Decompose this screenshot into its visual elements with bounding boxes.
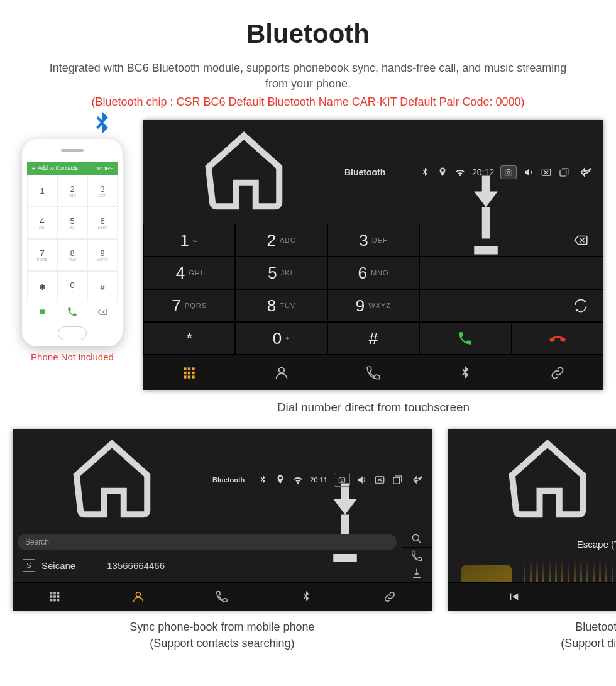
tab-contacts[interactable] bbox=[96, 583, 180, 611]
back-icon[interactable] bbox=[409, 474, 427, 485]
spectrum-visualizer bbox=[524, 556, 616, 582]
album-art-icon: ♪ᚼ bbox=[461, 565, 512, 582]
wifi-icon bbox=[454, 167, 466, 178]
contact-initial-badge: S bbox=[23, 559, 35, 572]
dialer-caption: Dial number direct from touchscreen bbox=[143, 401, 603, 414]
dial-key-2[interactable]: 2ABC bbox=[235, 224, 327, 257]
contacts-caption: Sync phone-book from mobile phone (Suppo… bbox=[13, 619, 432, 651]
volume-icon[interactable] bbox=[356, 474, 368, 485]
phone-key-8: 8TUV bbox=[57, 239, 87, 271]
dial-key-9[interactable]: 9WXYZ bbox=[327, 289, 419, 322]
tab-contacts[interactable] bbox=[235, 355, 327, 390]
tab-pair[interactable] bbox=[512, 355, 603, 390]
phone-key-4: 4GHI bbox=[27, 207, 57, 239]
tab-pair[interactable] bbox=[348, 583, 432, 611]
dial-key-*[interactable]: * bbox=[143, 322, 235, 355]
side-download-button[interactable] bbox=[402, 565, 432, 583]
contact-number: 13566664466 bbox=[107, 560, 165, 571]
status-title: Bluetooth bbox=[344, 167, 385, 177]
page-title: Bluetooth bbox=[0, 19, 616, 49]
tab-bluetooth[interactable] bbox=[419, 355, 511, 390]
phone-add-contacts: ＋ Add to Contacts bbox=[31, 164, 78, 172]
phone-key-9: 9WXYZ bbox=[87, 239, 118, 271]
tab-dialpad[interactable] bbox=[143, 355, 235, 390]
side-search-button[interactable] bbox=[402, 530, 432, 548]
dial-key-0[interactable]: 0+ bbox=[235, 322, 327, 355]
gps-icon bbox=[275, 474, 286, 485]
page-specs: (Bluetooth chip : CSR BC6 Default Blueto… bbox=[0, 96, 616, 109]
prev-track-button[interactable] bbox=[448, 583, 579, 611]
hangup-button[interactable] bbox=[512, 322, 603, 355]
tab-dialpad[interactable] bbox=[13, 583, 96, 611]
tab-calllog[interactable] bbox=[327, 355, 419, 390]
dial-key-5[interactable]: 5JKL bbox=[235, 257, 327, 289]
dial-key-3[interactable]: 3DEF bbox=[327, 224, 419, 257]
a2dp-headunit: A2DP 20:15 Escape (The Pina Colada Song) bbox=[448, 429, 616, 611]
dial-key-7[interactable]: 7PQRS bbox=[143, 289, 235, 322]
phone-caption: Phone Not Included bbox=[13, 351, 132, 362]
recents-icon[interactable] bbox=[558, 167, 569, 178]
wifi-icon bbox=[292, 474, 304, 485]
bluetooth-icon bbox=[87, 109, 117, 139]
search-input[interactable]: Search bbox=[18, 534, 397, 550]
clock: 20:11 bbox=[310, 476, 327, 484]
dial-key-4[interactable]: 4GHI bbox=[143, 257, 235, 289]
video-call-icon: ■ bbox=[27, 302, 57, 321]
volume-icon[interactable] bbox=[523, 167, 534, 178]
backspace-button[interactable] bbox=[419, 224, 603, 257]
dial-key-6[interactable]: 6MNO bbox=[327, 257, 419, 289]
empty-row bbox=[419, 257, 603, 289]
dial-key-8[interactable]: 8TUV bbox=[235, 289, 327, 322]
status-title: Bluetooth bbox=[212, 476, 245, 484]
gps-icon bbox=[437, 167, 448, 178]
back-icon[interactable] bbox=[576, 167, 597, 178]
clock: 20:12 bbox=[472, 167, 494, 177]
close-window-icon[interactable] bbox=[374, 474, 385, 485]
home-icon[interactable] bbox=[18, 432, 206, 528]
tab-calllog[interactable] bbox=[180, 583, 264, 611]
phone-illustration: ＋ Add to Contacts MORE 12ABC3DEF4GHI5JKL… bbox=[13, 120, 132, 362]
phone-key-#: # bbox=[87, 271, 118, 303]
song-title: Escape (The Pina Colada Song) bbox=[577, 539, 616, 550]
contact-name: Seicane bbox=[41, 560, 75, 571]
contact-row[interactable]: S Seicane 13566664466 bbox=[13, 554, 402, 577]
contacts-headunit: Bluetooth 20:11 Search bbox=[13, 429, 432, 611]
recents-icon[interactable] bbox=[392, 474, 403, 485]
usb-icon bbox=[392, 168, 398, 177]
bt-status-icon bbox=[419, 167, 431, 178]
phone-key-1: 1 bbox=[27, 175, 57, 207]
screenshot-button[interactable] bbox=[500, 165, 517, 179]
dial-key-1[interactable]: 1∞ bbox=[143, 224, 235, 257]
side-call-button[interactable] bbox=[402, 548, 432, 565]
page-subtitle: Integrated with BC6 Bluetooth module, su… bbox=[38, 60, 578, 92]
tab-bluetooth[interactable] bbox=[264, 583, 348, 611]
phone-key-5: 5JKL bbox=[57, 207, 87, 239]
phone-key-2: 2ABC bbox=[57, 175, 87, 207]
phone-key-6: 6MNO bbox=[87, 207, 118, 239]
home-icon[interactable] bbox=[453, 432, 616, 528]
play-pause-button[interactable] bbox=[579, 583, 616, 611]
dialer-headunit: Bluetooth 20:12 1∞2ABC3DEF4GHI5JKL6MNO7P… bbox=[143, 120, 603, 390]
phone-key-0: 0+ bbox=[57, 271, 87, 303]
sync-button[interactable] bbox=[419, 289, 603, 322]
close-window-icon[interactable] bbox=[541, 167, 552, 178]
usb-icon bbox=[251, 475, 257, 484]
backspace-icon bbox=[87, 302, 118, 321]
dial-key-#[interactable]: # bbox=[327, 322, 419, 355]
home-icon[interactable] bbox=[150, 124, 338, 220]
bt-status-icon bbox=[257, 474, 268, 485]
call-icon bbox=[57, 302, 87, 321]
phone-key-7: 7PQRS bbox=[27, 239, 57, 271]
phone-key-3: 3DEF bbox=[87, 175, 118, 207]
phone-key-✱: ✱ bbox=[27, 271, 57, 303]
call-button[interactable] bbox=[419, 322, 511, 355]
a2dp-caption: Bluetooth music compatible (Support disp… bbox=[448, 619, 616, 651]
phone-more: MORE bbox=[97, 165, 114, 172]
screenshot-button[interactable] bbox=[334, 473, 350, 487]
